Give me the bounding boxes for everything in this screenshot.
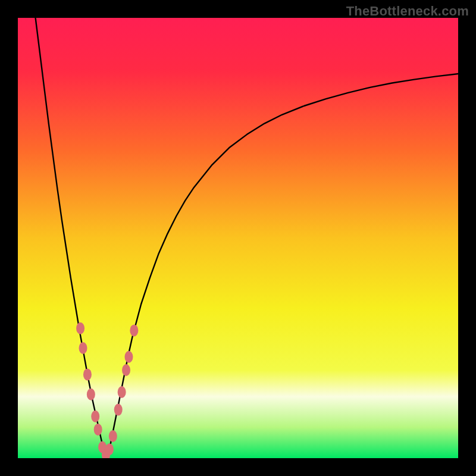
scatter-point [87, 389, 95, 400]
chart-svg [18, 18, 458, 458]
scatter-point [94, 424, 102, 436]
scatter-point [91, 411, 99, 422]
chart-frame: TheBottleneck.com [0, 0, 476, 476]
scatter-point [79, 342, 87, 354]
scatter-point [124, 351, 133, 363]
scatter-point [105, 443, 114, 455]
scatter-point [109, 430, 117, 442]
scatter-point [83, 368, 92, 380]
scatter-point [130, 324, 138, 336]
scatter-point [114, 404, 123, 416]
plot-area [18, 18, 458, 458]
watermark-label: TheBottleneck.com [346, 4, 469, 19]
scatter-point [76, 322, 84, 334]
scatter-point [118, 386, 126, 398]
gradient-background [18, 18, 458, 458]
scatter-point [122, 364, 130, 376]
